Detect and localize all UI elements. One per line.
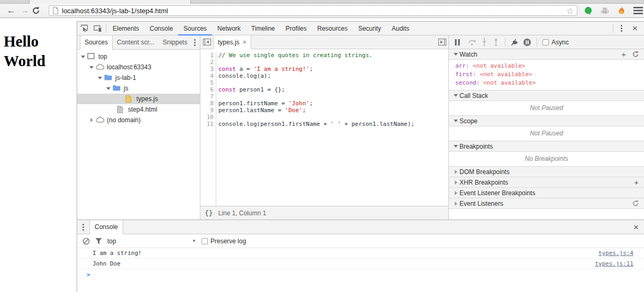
watch-expressions[interactable]: arr: <not available>first: <not availabl… — [449, 60, 644, 90]
expander-down-icon[interactable] — [97, 77, 103, 79]
line-number: 5 — [200, 79, 214, 86]
device-toolbar-icon[interactable] — [91, 22, 105, 35]
code-editor[interactable]: 1234567891011 // We use single quotes in… — [200, 49, 448, 206]
section-header-scope[interactable]: Scope — [449, 116, 644, 126]
tab-timeline[interactable]: Timeline — [246, 22, 280, 35]
watch-name: arr: — [455, 62, 473, 69]
section-header-xhr-breakpoints[interactable]: XHR Breakpoints+ — [449, 177, 644, 188]
add-icon[interactable]: + — [634, 178, 639, 186]
section-header-dom-breakpoints[interactable]: DOM Breakpoints — [449, 167, 644, 177]
drawer-menu-icon[interactable] — [82, 224, 84, 231]
tree-item--no-domain-[interactable]: (no domain) — [77, 115, 200, 125]
preserve-log-toggle[interactable]: Preserve log — [201, 238, 246, 245]
pretty-print-icon[interactable]: {} — [205, 209, 213, 217]
source-location-link[interactable]: types.js:11 — [595, 259, 644, 269]
cloud-icon — [96, 116, 104, 124]
show-drawer-icon[interactable] — [436, 35, 448, 49]
inspect-element-icon[interactable] — [77, 22, 91, 35]
console-drawer-header: Console × — [77, 220, 644, 234]
tab-audits[interactable]: Audits — [387, 22, 415, 35]
filter-icon[interactable] — [95, 238, 102, 244]
tab-elements[interactable]: Elements — [107, 22, 144, 35]
expander-down-icon[interactable] — [89, 66, 94, 69]
hangouts-extension-icon[interactable] — [584, 6, 593, 15]
devtools-close-icon[interactable]: × — [628, 22, 642, 35]
browser-active-tab[interactable] — [29, 0, 191, 4]
watch-item[interactable]: arr: <not available> — [449, 62, 644, 70]
line-number: 8 — [200, 100, 214, 107]
code-line — [218, 93, 448, 100]
flame-extension-icon[interactable] — [617, 6, 626, 15]
tab-close-icon[interactable]: × — [243, 38, 247, 46]
browser-menu-icon[interactable] — [633, 7, 643, 14]
section-title: Event Listener Breakpoints — [459, 189, 535, 197]
tab-sources[interactable]: Sources — [178, 22, 212, 35]
navigator-menu-icon[interactable] — [194, 39, 196, 46]
tree-item-js-lab-1[interactable]: js-lab-1 — [77, 72, 200, 83]
deactivate-breakpoints-icon[interactable] — [511, 39, 519, 46]
bookmark-star-icon[interactable]: ☆ — [566, 6, 574, 16]
expander-right-icon[interactable] — [89, 118, 94, 122]
async-checkbox[interactable] — [542, 39, 549, 45]
section-header-call-stack[interactable]: Call Stack — [449, 90, 644, 101]
close-drawer-icon[interactable]: × — [633, 223, 639, 232]
step-over-icon[interactable] — [468, 39, 476, 46]
chevron-down-icon: ▼ — [192, 239, 196, 243]
refresh-icon[interactable] — [632, 200, 639, 207]
section-header-event-listeners[interactable]: Event Listeners — [449, 198, 644, 209]
section-header-event-listener-breakpoints[interactable]: Event Listener Breakpoints — [449, 188, 644, 198]
forward-arrow-icon[interactable]: → — [18, 6, 32, 15]
tab-network[interactable]: Network — [212, 22, 246, 35]
navigator-tab-snippets[interactable]: Snippets — [159, 35, 192, 49]
address-bar[interactable]: localhost:63343/js-lab-1/step4.html ☆ — [49, 5, 577, 16]
preserve-log-label: Preserve log — [210, 238, 246, 245]
console-prompt[interactable]: > — [77, 269, 644, 280]
tree-item-types.js[interactable]: types.js — [77, 94, 200, 104]
add-watch-icon[interactable]: + — [621, 50, 626, 58]
clear-console-icon[interactable] — [82, 238, 90, 245]
watch-section-header[interactable]: Watch + — [449, 49, 644, 60]
refresh-watch-icon[interactable] — [632, 51, 639, 58]
tab-profiles[interactable]: Profiles — [280, 22, 312, 35]
code-token: 'John' — [288, 100, 309, 107]
editor-tab-types-js[interactable]: types.js × — [213, 35, 251, 49]
line-number: 2 — [200, 59, 214, 66]
tree-item-step4.html[interactable]: step4.html — [77, 104, 200, 115]
watch-item[interactable]: second: <not available> — [449, 79, 644, 87]
console-messages: I am a string!types.js:4John Doetypes.js… — [77, 248, 644, 269]
tab-security[interactable]: Security — [353, 22, 386, 35]
tree-item-label: js-lab-1 — [115, 74, 136, 81]
source-location-link[interactable]: types.js:4 — [599, 248, 644, 258]
pause-on-exceptions-icon[interactable] — [523, 38, 531, 47]
async-toggle[interactable]: Async — [542, 39, 569, 46]
browser-tab-strip — [0, 0, 644, 4]
devtools-tab-bar: ElementsConsoleSourcesNetworkTimelinePro… — [77, 22, 644, 35]
tab-resources[interactable]: Resources — [312, 22, 353, 35]
cloud-icon — [96, 63, 104, 71]
tree-item-localhost-63343[interactable]: localhost:63343 — [77, 62, 200, 72]
watch-item[interactable]: first: <not available> — [449, 70, 644, 79]
step-out-icon[interactable] — [492, 38, 500, 46]
navigator-tab-sources[interactable]: Sources — [80, 35, 113, 50]
step-into-icon[interactable] — [481, 38, 488, 46]
execution-context-select[interactable]: top ▼ — [107, 238, 196, 245]
navigator-tab-content-scr-[interactable]: Content scr... — [113, 35, 159, 49]
android-extension-icon[interactable] — [600, 6, 610, 15]
expander-down-icon[interactable] — [106, 87, 111, 90]
pause-script-icon[interactable] — [454, 39, 461, 45]
code-token: ' ' — [330, 121, 341, 127]
url-text[interactable]: localhost:63343/js-lab-1/step4.html — [62, 7, 566, 15]
section-title: DOM Breakpoints — [459, 168, 510, 176]
tree-item-top[interactable]: top — [77, 51, 200, 62]
context-value: top — [107, 238, 116, 245]
section-header-breakpoints[interactable]: Breakpoints — [449, 141, 644, 152]
tab-console[interactable]: Console — [144, 22, 178, 35]
tree-item-js[interactable]: js — [77, 83, 200, 94]
hide-navigator-icon[interactable] — [200, 35, 213, 49]
preserve-log-checkbox[interactable] — [201, 238, 208, 244]
expander-down-icon[interactable] — [80, 56, 86, 58]
reload-icon[interactable] — [32, 6, 45, 15]
devtools-menu-icon[interactable] — [614, 22, 628, 35]
back-arrow-icon[interactable]: ← — [4, 6, 18, 15]
console-drawer-tab[interactable]: Console — [89, 220, 123, 234]
